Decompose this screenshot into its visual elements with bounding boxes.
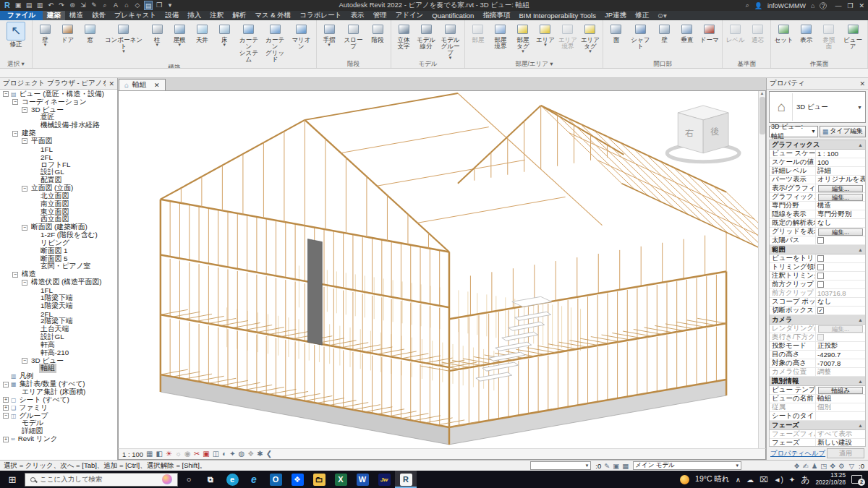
properties-section-グラフィックス[interactable]: グラフィックス▲ — [770, 140, 865, 150]
ribbon-button-床[interactable]: 床▼ — [213, 21, 236, 46]
collapse-icon[interactable]: ❮ — [266, 449, 272, 459]
tree-item-3D ビュー[interactable]: −3D ビュー — [0, 357, 117, 365]
checkbox[interactable] — [817, 281, 824, 288]
ribbon-button-壁[interactable]: 壁 — [653, 21, 676, 43]
measure-icon[interactable]: ⇲ — [79, 1, 88, 10]
ribbon-button-手摺[interactable]: 手摺▼ — [318, 21, 341, 46]
ribbon-button-シャフト[interactable]: シャフト — [627, 21, 653, 50]
redo-icon[interactable]: ↷ — [57, 1, 66, 10]
tab-Quantification[interactable]: Quantification — [427, 11, 478, 20]
excel-icon[interactable]: X — [330, 471, 352, 488]
tab-マス & 外構[interactable]: マス & 外構 — [250, 11, 295, 20]
expand-icon[interactable]: + — [3, 405, 9, 411]
property-value[interactable]: -4290.7 — [816, 351, 865, 359]
checkbox[interactable] — [817, 237, 824, 244]
tree-item-構造伏図 (構造平面図)[interactable]: −構造伏図 (構造平面図) — [0, 278, 117, 286]
property-value[interactable] — [816, 334, 865, 341]
app-store-icon[interactable]: ⌂ — [811, 2, 814, 9]
dropbox-tray-icon[interactable]: ✦ — [789, 476, 795, 484]
expand-icon[interactable]: + — [3, 437, 9, 442]
volume-icon[interactable]: ◄) — [774, 476, 783, 484]
view-type-combo[interactable]: 3D ビュー: 軸組 ▼ — [769, 126, 818, 137]
close-button[interactable]: ✕ — [859, 2, 864, 9]
properties-help-link[interactable]: プロパティヘルプ — [770, 449, 825, 458]
ribbon-button-モデルグループ[interactable]: モデル グループ▼ — [438, 21, 464, 59]
property-value[interactable]: 103716.8 — [816, 289, 865, 297]
collapse-icon[interactable]: − — [22, 186, 27, 192]
ribbon-button-カーテングリッド[interactable]: カーテン グリッド — [262, 21, 288, 63]
ribbon-button-階段[interactable]: 階段 — [367, 21, 389, 43]
3d-model-view[interactable]: 右後 — [119, 91, 765, 447]
property-value[interactable] — [816, 273, 865, 279]
edit-button[interactable]: 編集... — [818, 194, 863, 201]
tree-item-グループ[interactable]: −◫グループ — [0, 412, 117, 420]
filter-icon[interactable]: ▽ — [849, 462, 854, 470]
collapse-icon[interactable]: − — [3, 413, 9, 419]
ribbon-button-マリオン[interactable]: マリオン — [288, 21, 314, 50]
text-icon[interactable]: A — [111, 1, 120, 10]
canvas-vertical-scrollbar[interactable]: ▲ — [758, 91, 765, 448]
drawing-canvas[interactable]: 右後 ▲ — [118, 90, 766, 448]
switch-windows-icon[interactable]: ❒ — [155, 1, 163, 10]
link-manage-icon[interactable]: ▦ — [622, 462, 629, 470]
tree-item-モデル[interactable]: −モデル — [0, 419, 117, 427]
minimize-button[interactable]: — — [835, 2, 841, 9]
property-value[interactable] — [816, 237, 865, 244]
jww-icon[interactable]: Jw — [373, 471, 395, 488]
tab-プレキャスト[interactable]: プレキャスト — [110, 11, 161, 20]
property-value[interactable] — [816, 264, 865, 270]
property-value[interactable]: なし — [816, 297, 865, 307]
ribbon-button-部屋境界[interactable]: 部屋 境界 — [489, 21, 511, 50]
checkbox[interactable] — [817, 264, 824, 270]
viewcube-face-label[interactable]: 右 — [684, 128, 694, 138]
collapse-icon[interactable]: − — [22, 107, 27, 113]
ribbon-panel-label[interactable]: 部屋/エリア ▾ — [467, 59, 601, 68]
visual-style-icon[interactable]: ◧ — [156, 449, 163, 459]
taskbar-clock[interactable]: 13:25 2022/10/28 — [815, 472, 846, 486]
ribbon-button-窓[interactable]: 窓 — [79, 21, 101, 43]
ribbon-button-修正[interactable]: ↖修正 — [1, 21, 30, 48]
view-scale[interactable]: 1 : 100 — [122, 450, 143, 458]
ribbon-panel-label[interactable]: 基準面 — [724, 59, 769, 68]
property-value[interactable]: 正投影 — [816, 341, 865, 351]
view-tab[interactable]: ⌂ 軸組 ✕ — [119, 79, 166, 90]
viewcube[interactable]: 右後 — [667, 106, 739, 162]
collapse-icon[interactable]: − — [12, 272, 18, 278]
ribbon-button-垂直[interactable]: 垂直 — [676, 21, 698, 43]
qat-customize-icon[interactable]: ▾ — [166, 1, 174, 10]
property-value[interactable]: 編集... — [816, 194, 865, 201]
collapse-icon[interactable]: − — [3, 91, 9, 97]
collapse-icon[interactable]: − — [22, 358, 27, 364]
ribbon-button-エリアタグ[interactable]: エリア タグ▼ — [579, 21, 601, 53]
property-value[interactable]: 編集... — [816, 228, 865, 236]
editable-only-icon[interactable]: ✍ — [803, 462, 809, 470]
ribbon-button-カーテンシステム[interactable]: カーテン システム — [236, 21, 262, 63]
reveal-hidden-elements-icon[interactable]: ◐ — [222, 449, 226, 459]
property-value[interactable] — [816, 255, 865, 262]
tree-item-玄関・ピアノ室[interactable]: −玄関・ピアノ室 — [0, 263, 117, 271]
background-process-icon[interactable]: ⚙ — [838, 462, 845, 470]
tab-file[interactable]: ファイル — [0, 11, 43, 20]
help-icon[interactable]: ? — [820, 2, 827, 9]
active-workset-combo[interactable]: メイン モデル ▼ — [633, 461, 741, 470]
press-drag-icon[interactable]: ◳ — [820, 462, 827, 470]
ribbon-button-ドア[interactable]: ドア — [56, 21, 79, 43]
worksets-icon[interactable]: ▣ — [613, 462, 619, 470]
ribbon-panel-label[interactable]: 開口部 — [605, 59, 720, 68]
open-icon[interactable]: ▤ — [25, 1, 33, 10]
collapse-icon[interactable]: − — [12, 131, 18, 137]
views-icon[interactable]: ▣ — [14, 1, 22, 10]
checkbox[interactable] — [817, 273, 824, 279]
tree-item-1階梁天端[interactable]: −1階梁天端 — [0, 302, 117, 310]
reveal-constraints-icon[interactable]: ✱ — [257, 449, 263, 459]
property-value[interactable]: オリジナルを表示 — [816, 175, 865, 184]
collapse-icon[interactable]: − — [22, 280, 27, 286]
default-3d-view-icon[interactable]: ⌂ — [122, 1, 131, 10]
ribbon-panel-label[interactable]: 階段 — [318, 59, 389, 68]
ribbon-button-壁[interactable]: 壁▼ — [34, 21, 56, 46]
ribbon-button-部屋タグ[interactable]: 部屋 タグ▼ — [511, 21, 534, 53]
expand-icon[interactable]: + — [3, 397, 9, 403]
property-value[interactable] — [816, 281, 865, 288]
taskbar-search-input[interactable]: ここに入力して検索 — [25, 473, 178, 487]
properties-section-範囲[interactable]: 範囲▲ — [770, 245, 865, 254]
